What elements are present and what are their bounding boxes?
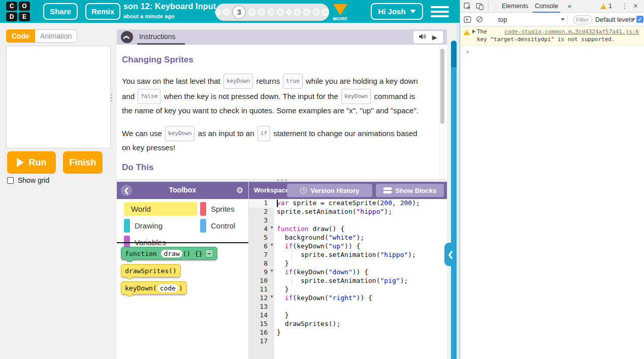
log-levels-selector[interactable]: Default levels (595, 16, 633, 23)
panel-resize-handle[interactable] (111, 94, 112, 103)
editor-line[interactable]: 11 } (249, 285, 447, 294)
editor-line[interactable]: 4▼function draw() { (249, 225, 447, 234)
speaker-icon[interactable] (419, 34, 426, 41)
editor-line[interactable]: 9▼ if(keyDown("down")) { (249, 268, 447, 277)
block-expand-arrow[interactable]: → (205, 249, 213, 257)
group-similar-checkbox[interactable]: ✓ (636, 16, 643, 23)
code-block[interactable]: function draw() {}→ (121, 247, 217, 260)
line-number: 17 (249, 337, 274, 346)
progress-bubble[interactable] (294, 9, 301, 16)
gear-icon[interactable]: ⚙ (236, 185, 243, 195)
run-button[interactable]: Run (7, 151, 56, 174)
code-block[interactable]: drawSprites() (121, 264, 181, 277)
finish-button[interactable]: Finish (63, 151, 103, 174)
progress-bubble[interactable] (214, 9, 221, 16)
workspace-scrollbar-thumb[interactable] (451, 41, 457, 67)
text-cursor (277, 200, 278, 207)
remix-button[interactable]: Remix (85, 3, 120, 20)
close-devtools-icon[interactable]: ✕ (633, 2, 638, 10)
user-menu-button[interactable]: Hi Josh (371, 3, 423, 20)
instructions-tab[interactable]: Instructions (139, 32, 176, 41)
code-org-logo[interactable]: C O D E (6, 2, 30, 22)
chevron-down-icon (410, 10, 416, 13)
show-blocks-button[interactable]: Show Blocks (376, 184, 444, 197)
progress-bubble[interactable] (223, 9, 230, 16)
console-prompt-chevron[interactable]: › (466, 48, 469, 55)
toolbox-panel: ❮ Toolbox ⚙ WorldSpritesDrawingControlVa… (117, 182, 249, 359)
editor-line[interactable]: 16} (249, 329, 447, 337)
toolbox-category-world[interactable]: World (124, 202, 197, 216)
editor-line[interactable]: 17 (249, 337, 447, 346)
editor-line[interactable]: 10 sprite.setAnimation("pig"); (249, 277, 447, 285)
hamburger-menu-icon[interactable] (431, 6, 449, 20)
progress-bubble[interactable] (277, 9, 284, 16)
progress-bubble[interactable] (303, 9, 310, 16)
expand-message-icon[interactable] (472, 29, 475, 34)
clear-console-icon[interactable] (476, 16, 483, 24)
editor-line[interactable]: 3 (249, 216, 447, 225)
line-number: 4▼ (249, 225, 274, 234)
progress-bubble[interactable] (258, 9, 265, 16)
progress-bubble[interactable] (285, 9, 293, 16)
editor-line[interactable]: 14 } (249, 311, 447, 320)
tab-animation[interactable]: Animation (35, 29, 77, 43)
toolbox-category-sprites[interactable]: Sprites (200, 202, 244, 216)
block-input-pill: draw (161, 250, 182, 257)
inspect-element-icon[interactable] (464, 3, 471, 12)
editor-line[interactable]: 7 sprite.setAnimation("hippo"); (249, 251, 447, 259)
console-sidebar-icon[interactable] (464, 16, 471, 24)
devtools-menu-icon[interactable]: ⋮ (621, 2, 628, 10)
line-number: 10 (249, 277, 274, 285)
more-dropdown[interactable]: MORE (331, 4, 349, 21)
instructions-scrollbar[interactable] (439, 45, 445, 179)
editor-line[interactable]: 1var sprite = createSprite(200, 200); (249, 199, 447, 208)
console-warning-message[interactable]: The key "target-densitydpi" is not suppo… (460, 27, 644, 46)
editor-line[interactable]: 5 background("white"); (249, 234, 447, 242)
editor-line[interactable]: 12▼ if(keyDown("right")) { (249, 294, 447, 303)
code-editor[interactable]: 1var sprite = createSprite(200, 200);2sp… (249, 199, 447, 359)
progress-bubble-current[interactable]: 3 (232, 5, 246, 19)
code-block[interactable]: keyDown(code) (121, 281, 187, 295)
warning-text: The (477, 28, 487, 35)
clock-icon (300, 187, 307, 194)
progress-bubble[interactable] (248, 9, 255, 16)
fold-arrow-icon[interactable]: ▼ (271, 268, 273, 273)
share-button[interactable]: Share (43, 3, 78, 20)
warning-count-badge[interactable]: 1 (600, 3, 612, 10)
editor-line[interactable]: 15 drawSprites(); (249, 320, 447, 329)
inline-code-chip: keyDown (223, 74, 253, 89)
show-grid-label: Show grid (18, 176, 49, 184)
level-progress-bubbles[interactable]: 3 (215, 4, 329, 21)
fold-arrow-icon[interactable]: ▼ (271, 225, 273, 230)
collapse-panel-handle[interactable]: ❮ (444, 243, 457, 266)
progress-bubble[interactable] (268, 9, 275, 16)
play-icon (17, 158, 24, 167)
play-audio-icon[interactable]: ▶ (432, 34, 437, 41)
tab-console[interactable]: Console (535, 3, 558, 10)
context-selector[interactable]: top (498, 16, 507, 23)
editor-line[interactable]: 8 } (249, 259, 447, 268)
console-filter-input[interactable]: Filter (573, 15, 592, 24)
tab-elements[interactable]: Elements (502, 3, 528, 10)
game-preview-canvas[interactable] (6, 46, 111, 148)
toolbox-category-drawing[interactable]: Drawing (124, 219, 200, 233)
fold-arrow-icon[interactable]: ▼ (271, 294, 273, 299)
blocks-icon (383, 187, 392, 193)
fold-arrow-icon[interactable]: ▼ (271, 242, 273, 247)
version-history-button[interactable]: Version History (287, 184, 372, 197)
source-link[interactable]: code-studio-common.m…3cd4324af57a41.js:6 (504, 28, 639, 35)
more-tabs-icon[interactable]: » (568, 3, 571, 10)
workspace-scrollbar[interactable] (451, 41, 457, 359)
show-grid-checkbox[interactable] (7, 177, 14, 184)
line-number: 5 (249, 234, 274, 242)
editor-line[interactable]: 13 (249, 303, 447, 311)
progress-bubble[interactable] (313, 9, 320, 16)
tab-code[interactable]: Code (6, 29, 35, 43)
progress-bubble[interactable] (322, 9, 329, 16)
device-toolbar-icon[interactable] (476, 3, 484, 12)
toolbox-category-control[interactable]: Control (200, 219, 244, 233)
editor-line[interactable]: 2sprite.setAnimation("hippo"); (249, 208, 447, 216)
collapse-instructions-icon[interactable]: ❮ (121, 31, 133, 43)
editor-line[interactable]: 6▼ if(keyDown("up")) { (249, 242, 447, 251)
scrollbar-thumb[interactable] (440, 49, 444, 124)
